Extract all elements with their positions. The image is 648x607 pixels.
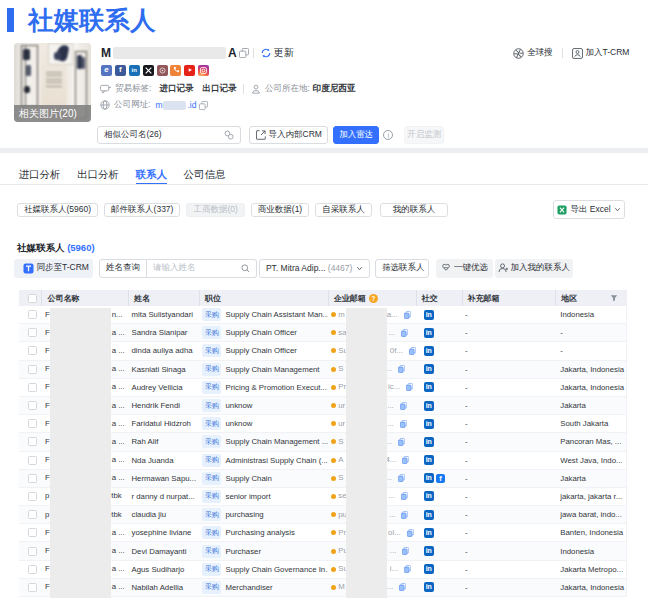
svg-text:?: ?: [371, 294, 375, 301]
